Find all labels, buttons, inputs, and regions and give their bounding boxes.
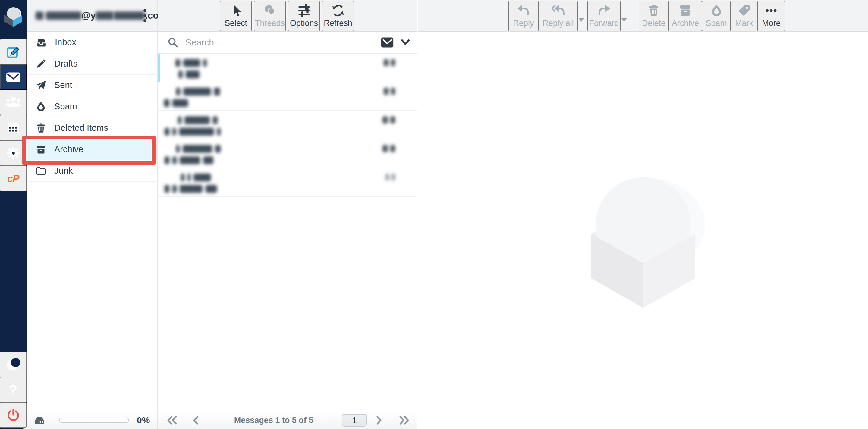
- compose-button[interactable]: [0, 39, 27, 64]
- folder-item-drafts[interactable]: Drafts: [27, 53, 157, 75]
- logo-icon: [2, 4, 25, 27]
- storage-usage-label: 0%: [137, 415, 150, 425]
- sidebar-item-cpanel[interactable]: cP: [0, 166, 27, 191]
- search-icon: [167, 37, 179, 48]
- contacts-icon: [5, 95, 21, 110]
- message-list-panel: Select Threads Options: [158, 0, 417, 429]
- moon-icon: [6, 357, 21, 372]
- email-fragment: @y: [82, 10, 96, 21]
- archive-icon: [36, 144, 46, 155]
- flame-icon: [710, 4, 723, 17]
- flame-icon: [36, 101, 46, 112]
- refresh-button[interactable]: Refresh: [322, 1, 354, 31]
- double-chevron-right-icon: [398, 415, 410, 425]
- storage-quota-meter: [59, 418, 129, 423]
- send-icon: [36, 80, 46, 91]
- app-logo: [0, 0, 27, 31]
- message-row[interactable]: [158, 54, 417, 82]
- toolbar-label: Forward: [589, 19, 619, 28]
- last-page-button[interactable]: [397, 411, 411, 429]
- sidebar-item-calendar[interactable]: [0, 115, 27, 140]
- compose-icon: [6, 44, 21, 59]
- sidebar-item-contacts[interactable]: [0, 90, 27, 115]
- reply-all-dropdown-caret[interactable]: [578, 18, 584, 22]
- toolbar-label: Spam: [706, 19, 727, 28]
- dark-mode-toggle[interactable]: [0, 352, 27, 377]
- question-icon: ?: [9, 382, 18, 397]
- help-button[interactable]: ?: [0, 377, 27, 402]
- ellipsis-icon: [765, 4, 778, 17]
- mail-icon: [6, 70, 21, 85]
- cpanel-logo: cP: [7, 173, 19, 185]
- sliders-icon: [298, 4, 311, 17]
- reply-all-icon: [552, 4, 565, 17]
- refresh-icon: [332, 4, 345, 17]
- message-row[interactable]: [158, 111, 417, 139]
- message-list: [158, 54, 417, 197]
- mail-toolbar: Reply Reply all Forward: [418, 0, 868, 32]
- folder-icon: [36, 165, 46, 176]
- folder-item-spam[interactable]: Spam: [27, 96, 157, 118]
- webmail-app: cP ? @y: [0, 0, 868, 429]
- toolbar-label: Refresh: [324, 19, 352, 28]
- reply-icon: [517, 4, 530, 17]
- folder-item-sent[interactable]: Sent: [27, 75, 157, 96]
- storage-footer: 0%: [27, 411, 157, 429]
- toolbar-label: Archive: [672, 19, 699, 28]
- first-page-button[interactable]: [165, 411, 179, 429]
- message-row[interactable]: [158, 82, 417, 111]
- sidebar-item-settings[interactable]: [0, 140, 27, 166]
- folder-item-deleted-items[interactable]: Deleted Items: [27, 118, 157, 139]
- folder-item-inbox[interactable]: Inbox: [27, 32, 157, 53]
- threads-icon: [264, 4, 277, 17]
- folder-label: Spam: [54, 102, 77, 111]
- message-row[interactable]: [158, 139, 417, 168]
- select-button[interactable]: Select: [220, 1, 252, 31]
- options-button[interactable]: Options: [288, 1, 320, 31]
- archive-icon: [679, 4, 692, 17]
- storage-drive-icon: [33, 414, 46, 427]
- message-row[interactable]: [158, 168, 417, 197]
- folder-label: Archive: [54, 144, 84, 154]
- calendar-icon: [6, 121, 21, 135]
- list-footer: Messages 1 to 5 of 5 1: [158, 411, 417, 429]
- page-number-input[interactable]: 1: [342, 414, 367, 427]
- folder-item-archive[interactable]: Archive: [27, 139, 157, 160]
- search-input[interactable]: [185, 37, 374, 47]
- empty-message-placeholder: [568, 159, 718, 310]
- search-scope-mail-icon[interactable]: [381, 37, 394, 48]
- delete-button: Delete: [639, 1, 669, 31]
- folder-label: Junk: [54, 166, 73, 176]
- double-chevron-left-icon: [166, 415, 178, 425]
- toolbar-label: Mark: [735, 19, 753, 28]
- account-selector[interactable]: @y .co...: [27, 0, 157, 32]
- folder-label: Sent: [54, 80, 72, 90]
- watermark-logo-icon: [568, 159, 718, 310]
- folder-panel: @y .co... Inbox: [27, 0, 158, 429]
- search-options-chevron-icon[interactable]: [401, 39, 410, 46]
- tag-icon: [738, 4, 751, 17]
- folder-label: Inbox: [55, 37, 76, 47]
- gear-icon: [6, 146, 21, 160]
- list-toolbar: Select Threads Options: [158, 0, 417, 32]
- more-button[interactable]: More: [758, 1, 785, 31]
- toolbar-label: Select: [224, 19, 247, 28]
- trash-icon: [36, 123, 46, 133]
- toolbar-label: Reply all: [542, 19, 574, 28]
- sidebar-item-mail[interactable]: [0, 64, 27, 90]
- logout-button[interactable]: [0, 402, 27, 428]
- trash-icon: [647, 4, 660, 17]
- toolbar-label: More: [762, 19, 781, 28]
- folder-list: Inbox Drafts Sent Spam: [27, 32, 157, 182]
- threads-button: Threads: [254, 1, 286, 31]
- app-sidebar: cP ?: [0, 0, 27, 429]
- cursor-icon: [229, 4, 243, 17]
- inbox-icon: [36, 37, 47, 48]
- next-page-button[interactable]: [373, 411, 385, 429]
- forward-dropdown-caret[interactable]: [621, 18, 627, 22]
- previous-page-button[interactable]: [190, 411, 202, 429]
- folder-item-junk[interactable]: Junk: [27, 160, 157, 182]
- forward-icon: [597, 4, 611, 17]
- folder-label: Deleted Items: [54, 123, 108, 133]
- message-count-status: Messages 1 to 5 of 5: [225, 411, 322, 429]
